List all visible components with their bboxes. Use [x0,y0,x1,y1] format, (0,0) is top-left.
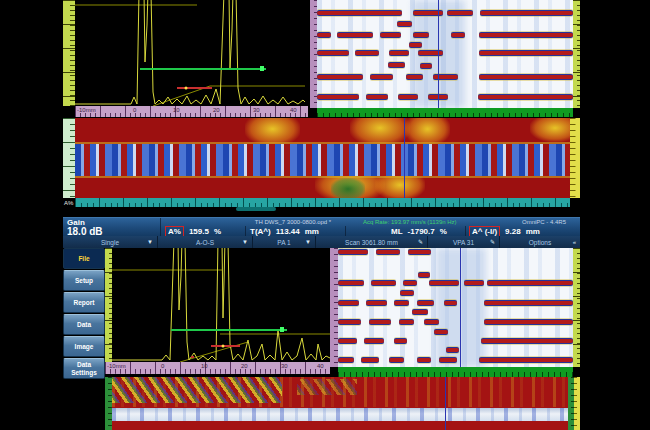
readout-unit: mm [305,227,319,236]
vpa-field[interactable]: VPA 31 ✎ [428,236,500,248]
divider [160,218,161,237]
cscan-left-ruler [63,118,75,198]
layout-selector-label: A-O-S [196,239,214,246]
options-button[interactable]: Options « [500,236,580,248]
ruler-tick-label: 40 [290,107,297,113]
bscan-echo-band [317,11,402,15]
sidebar-item-label: Report [74,299,95,306]
bscan-echo-band [364,339,384,343]
bscan-echo-band [481,339,573,343]
bscan-echo-band [389,358,404,362]
sidebar-item-data[interactable]: Data [63,314,105,335]
ruler-tick-label: 0 [133,107,136,113]
readout-label: T(A^) [250,227,271,236]
ruler-tick-label: 30 [281,363,288,369]
echo-hotspot [530,118,570,142]
dropdown-arrow-icon: ▼ [305,238,311,246]
bscan-echo-band [337,33,373,37]
bscan-echo-band [429,281,459,285]
bscan-echo-band [444,301,457,305]
app-version: OmniPC - 4.4R5 [511,219,577,226]
ascan-view-top: -10mm 0 10 20 30 40 [63,0,308,117]
ascan-distance-ruler: -10mm 0 10 20 30 40 [105,362,330,374]
cscan-plot-area[interactable] [112,377,568,430]
group-selector[interactable]: Single ▼ [63,236,158,248]
ascan-view-main: -10mm 0 10 20 30 40 [105,248,338,374]
bscan-echo-band [355,51,379,55]
bscan-echo-band [484,301,573,305]
readout-label: ML [391,227,403,236]
sidebar-item-image[interactable]: Image [63,336,105,357]
bscan-echo-segment [409,43,422,47]
readout-value: 9.28 [505,227,521,236]
scan-cursor-line [438,0,439,108]
sidebar-item-label: Data Settings [64,361,104,376]
sidebar-menu: File Setup Report Data Image Data Settin… [63,248,105,380]
edit-pencil-icon: ✎ [418,238,423,246]
bscan-left-ruler [310,0,317,108]
omnipc-app: -10mm 0 10 20 30 40 A% [0,0,650,430]
scan-cursor-line [404,118,405,198]
bscan-echo-band [451,33,465,37]
cscan-plot-area[interactable] [75,118,570,198]
bscan-echo-band [417,301,434,305]
layout-selector[interactable]: A-O-S ▼ [158,236,253,248]
sidebar-item-data-settings[interactable]: Data Settings [63,358,105,379]
bscan-echo-band [479,75,573,79]
gate-marker [191,356,194,358]
bscan-echo-band [408,250,431,254]
bscan-echo-band [418,51,443,55]
bscan-view-top [310,0,580,117]
bscan-echo-segment [397,22,412,26]
bscan-echo-band [317,33,331,37]
sidebar-item-setup[interactable]: Setup [63,270,105,291]
cscan-right-ruler [568,377,580,430]
bscan-echo-band [424,320,439,324]
acq-rate: Acq Rate: 193.97 mm/s (1139n Hz) [363,219,457,226]
ascan-plot-area[interactable] [75,0,305,106]
cscan-left-ruler [105,377,112,430]
bscan-echo-band [403,281,417,285]
edit-pencil-icon: ✎ [490,238,495,246]
gate-b-marker [185,87,188,90]
bscan-echo-band [371,281,396,285]
ascan-trace [112,248,330,360]
echo-noise-patch [297,379,357,395]
sidebar-item-file[interactable]: File [63,248,105,269]
probe-selector[interactable]: PA 1 ▼ [253,236,316,248]
group-selector-label: Single [101,239,119,246]
vpa-label: VPA 31 [453,239,474,246]
bscan-echo-band [479,51,573,55]
bscan-echo-band [361,358,379,362]
echo-noise-patch [112,377,282,403]
chevron-double-icon: « [573,238,576,246]
ruler-tick-label: 30 [253,107,260,113]
bscan-plot-area[interactable] [338,248,573,367]
echo-lowspot [331,178,365,198]
ascan-plot-area[interactable] [112,248,330,362]
scan-scrollbar-thumb[interactable] [236,207,276,211]
readout-value: 159.5 [189,227,209,236]
readout-unit: mm [526,227,540,236]
bscan-echo-band [338,250,368,254]
scan-cursor-line [445,377,446,430]
file-name: TH DWS_7 3000-0800.opd * [213,219,373,226]
backwall-band [112,408,568,421]
ascan-amplitude-ruler [63,0,75,106]
bscan-scan-ruler [317,108,573,117]
gate-a-handle[interactable] [280,327,284,332]
bscan-echo-band [413,33,429,37]
sidebar-item-label: Setup [75,277,93,284]
scan-position-field[interactable]: Scan 3061.80 mm ✎ [316,236,428,248]
bscan-plot-area[interactable] [317,0,573,108]
cscan-scan-ruler [75,198,570,207]
bscan-echo-band [394,339,407,343]
bscan-echo-band [447,11,473,15]
bscan-echo-band [398,95,418,99]
ascan-distance-ruler: -10mm 0 10 20 30 40 [75,106,308,117]
bscan-echo-band [417,358,431,362]
bscan-echo-segment [412,310,428,314]
sidebar-item-report[interactable]: Report [63,292,105,313]
readout-unit: % [440,227,447,236]
gate-a-handle[interactable] [260,66,264,71]
